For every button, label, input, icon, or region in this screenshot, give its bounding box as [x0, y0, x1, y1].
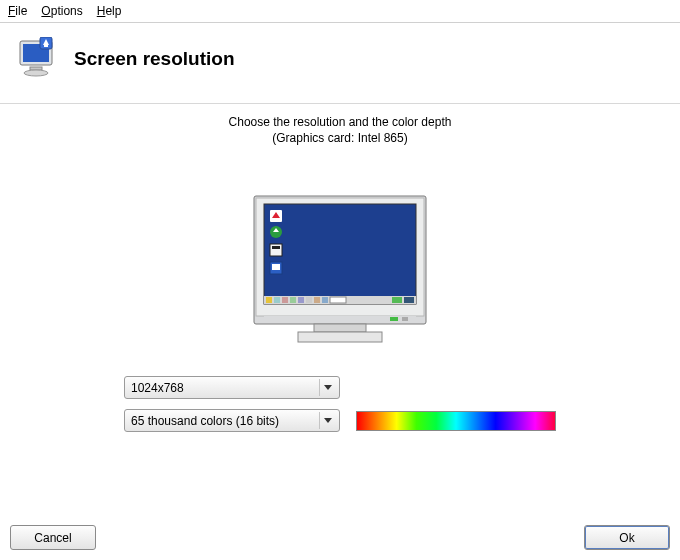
svg-rect-22 — [314, 297, 320, 303]
instruction-text: Choose the resolution and the color dept… — [229, 114, 452, 146]
svg-point-3 — [24, 70, 48, 76]
svg-rect-18 — [282, 297, 288, 303]
svg-rect-25 — [392, 297, 402, 303]
svg-rect-23 — [322, 297, 328, 303]
cancel-button[interactable]: Cancel — [10, 525, 96, 550]
content: Choose the resolution and the color dept… — [0, 104, 680, 432]
svg-rect-14 — [272, 264, 280, 270]
dropdown-arrow-icon — [319, 412, 335, 429]
menu-help[interactable]: Help — [97, 4, 122, 18]
svg-rect-20 — [298, 297, 304, 303]
menubar: File Options Help — [0, 0, 680, 23]
svg-rect-26 — [404, 297, 414, 303]
svg-rect-8 — [264, 204, 416, 304]
page-title: Screen resolution — [74, 48, 235, 70]
svg-rect-5 — [44, 45, 48, 47]
ok-button[interactable]: Ok — [584, 525, 670, 550]
monitor-config-icon — [18, 37, 58, 81]
dropdown-arrow-icon — [319, 379, 335, 396]
svg-rect-16 — [266, 297, 272, 303]
svg-rect-29 — [402, 317, 408, 321]
color-spectrum-preview — [356, 411, 556, 431]
footer: Cancel Ok — [0, 525, 680, 550]
svg-rect-31 — [298, 332, 382, 342]
svg-rect-21 — [306, 297, 312, 303]
header: Screen resolution — [0, 23, 680, 104]
svg-rect-11 — [270, 244, 282, 256]
resolution-select[interactable]: 1024x768 — [124, 376, 340, 399]
svg-rect-19 — [290, 297, 296, 303]
svg-rect-28 — [390, 317, 398, 321]
svg-rect-12 — [272, 246, 280, 249]
resolution-value: 1024x768 — [131, 381, 184, 395]
svg-rect-17 — [274, 297, 280, 303]
menu-file[interactable]: File — [8, 4, 27, 18]
svg-rect-30 — [314, 324, 366, 332]
monitor-preview — [250, 192, 430, 352]
controls: 1024x768 65 thousand colors (16 bits) — [124, 376, 556, 432]
colordepth-select[interactable]: 65 thousand colors (16 bits) — [124, 409, 340, 432]
svg-rect-24 — [330, 297, 346, 303]
colordepth-value: 65 thousand colors (16 bits) — [131, 414, 279, 428]
menu-options[interactable]: Options — [41, 4, 82, 18]
